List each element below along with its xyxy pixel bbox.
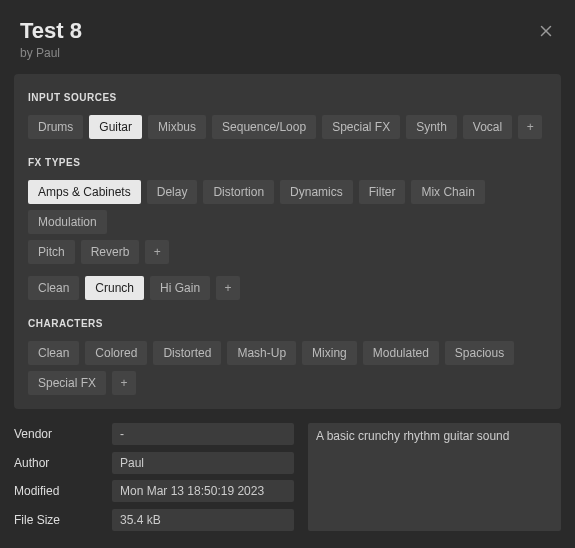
tag-item[interactable]: Mash-Up bbox=[227, 341, 296, 365]
tag-item[interactable]: Special FX bbox=[28, 371, 106, 395]
tag-item[interactable]: Guitar bbox=[89, 115, 142, 139]
description-field[interactable]: A basic crunchy rhythm guitar sound bbox=[308, 423, 561, 531]
header: Test 8 by Paul bbox=[0, 0, 575, 74]
meta-area: Vendor - Author Paul Modified Mon Mar 13… bbox=[0, 423, 575, 545]
tag-item[interactable]: Mixing bbox=[302, 341, 357, 365]
add-tag-button[interactable]: + bbox=[518, 115, 542, 139]
fx-types-section: FX TYPES Amps & CabinetsDelayDistortionD… bbox=[28, 157, 547, 300]
tag-item[interactable]: Clean bbox=[28, 341, 79, 365]
tags-panel: INPUT SOURCES DrumsGuitarMixbusSequence/… bbox=[14, 74, 561, 409]
modified-label: Modified bbox=[14, 484, 104, 498]
tag-item[interactable]: Delay bbox=[147, 180, 198, 204]
filesize-label: File Size bbox=[14, 513, 104, 527]
close-button[interactable] bbox=[537, 22, 555, 40]
characters-section: CHARACTERS CleanColoredDistortedMash-UpM… bbox=[28, 318, 547, 395]
vendor-field[interactable]: - bbox=[112, 423, 294, 445]
tag-item[interactable]: Special FX bbox=[322, 115, 400, 139]
tag-item[interactable]: Colored bbox=[85, 341, 147, 365]
tag-item[interactable]: Mix Chain bbox=[411, 180, 484, 204]
tag-item[interactable]: Amps & Cabinets bbox=[28, 180, 141, 204]
close-icon bbox=[537, 22, 555, 40]
add-tag-button[interactable]: + bbox=[145, 240, 169, 264]
tag-item[interactable]: Vocal bbox=[463, 115, 512, 139]
fx-types-row-1: Amps & CabinetsDelayDistortionDynamicsFi… bbox=[28, 180, 547, 234]
filesize-field: 35.4 kB bbox=[112, 509, 294, 531]
tag-item[interactable]: Hi Gain bbox=[150, 276, 210, 300]
tag-item[interactable]: Pitch bbox=[28, 240, 75, 264]
tag-item[interactable]: Clean bbox=[28, 276, 79, 300]
characters-row-1: CleanColoredDistortedMash-UpMixingModula… bbox=[28, 341, 547, 365]
preset-title: Test 8 bbox=[20, 18, 555, 44]
tag-item[interactable]: Reverb bbox=[81, 240, 140, 264]
characters-row-2: Special FX+ bbox=[28, 371, 547, 395]
tag-item[interactable]: Sequence/Loop bbox=[212, 115, 316, 139]
tag-item[interactable]: Modulated bbox=[363, 341, 439, 365]
tag-item[interactable]: Mixbus bbox=[148, 115, 206, 139]
input-sources-row: DrumsGuitarMixbusSequence/LoopSpecial FX… bbox=[28, 115, 547, 139]
tag-item[interactable]: Filter bbox=[359, 180, 406, 204]
tag-item[interactable]: Modulation bbox=[28, 210, 107, 234]
tag-item[interactable]: Synth bbox=[406, 115, 457, 139]
preset-byline: by Paul bbox=[20, 46, 555, 60]
tag-item[interactable]: Distortion bbox=[203, 180, 274, 204]
input-sources-section: INPUT SOURCES DrumsGuitarMixbusSequence/… bbox=[28, 92, 547, 139]
tag-item[interactable]: Distorted bbox=[153, 341, 221, 365]
section-label: CHARACTERS bbox=[28, 318, 547, 329]
modified-field: Mon Mar 13 18:50:19 2023 bbox=[112, 480, 294, 502]
vendor-label: Vendor bbox=[14, 427, 104, 441]
author-label: Author bbox=[14, 456, 104, 470]
fx-types-row-2: PitchReverb+ bbox=[28, 240, 547, 264]
author-field[interactable]: Paul bbox=[112, 452, 294, 474]
section-label: FX TYPES bbox=[28, 157, 547, 168]
tag-item[interactable]: Crunch bbox=[85, 276, 144, 300]
tag-item[interactable]: Drums bbox=[28, 115, 83, 139]
section-label: INPUT SOURCES bbox=[28, 92, 547, 103]
add-tag-button[interactable]: + bbox=[216, 276, 240, 300]
fx-types-row-3: CleanCrunchHi Gain+ bbox=[28, 276, 547, 300]
tag-item[interactable]: Spacious bbox=[445, 341, 514, 365]
meta-grid: Vendor - Author Paul Modified Mon Mar 13… bbox=[14, 423, 294, 531]
add-tag-button[interactable]: + bbox=[112, 371, 136, 395]
tag-item[interactable]: Dynamics bbox=[280, 180, 353, 204]
